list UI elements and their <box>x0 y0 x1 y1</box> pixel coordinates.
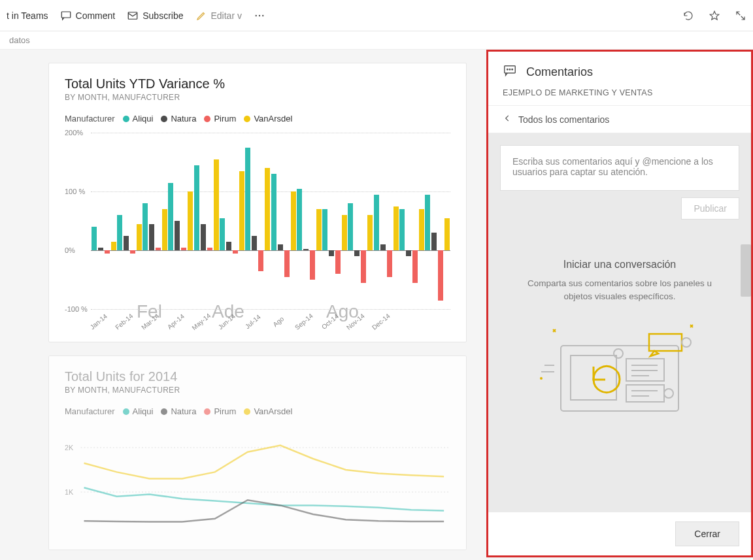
subscribe-button[interactable]: Subscribe <box>127 10 183 22</box>
compose-area: Escriba sus comentarios aquí y @mencione… <box>488 133 751 512</box>
favorite-icon[interactable] <box>709 10 720 22</box>
legend-item[interactable]: Natura <box>161 114 196 124</box>
svg-rect-0 <box>61 12 71 18</box>
svg-point-25 <box>664 389 673 398</box>
svg-point-11 <box>509 69 510 69</box>
edit-label: Editar v <box>211 10 242 21</box>
legend-item[interactable]: VanArsdel <box>244 114 292 124</box>
panel-title: Comentarios <box>526 65 593 79</box>
publish-button[interactable]: Publicar <box>681 197 739 220</box>
comments-panel: Comentarios EJEMPLO DE MARKETING Y VENTA… <box>486 50 753 557</box>
svg-text:1K: 1K <box>65 488 74 496</box>
comment-placeholder: Escriba sus comentarios aquí y @mencione… <box>512 156 713 177</box>
empty-desc: Comparta sus comentarios sobre los panel… <box>514 277 725 304</box>
panel-footer: Cerrar <box>488 512 751 555</box>
tab-row: datos <box>0 31 753 50</box>
svg-point-10 <box>507 69 508 69</box>
chart1-title: Total Units YTD Variance % <box>65 76 450 91</box>
more-icon <box>254 10 265 22</box>
conversation-illustration-icon <box>535 320 705 424</box>
svg-rect-19 <box>626 385 664 402</box>
tab-datos[interactable]: datos <box>9 35 30 45</box>
svg-point-23 <box>682 338 691 347</box>
comment-bubble-icon <box>503 63 517 80</box>
comment-label: Comment <box>76 10 116 21</box>
svg-rect-1 <box>128 12 137 19</box>
breadcrumb-label: Todos los comentarios <box>518 114 609 125</box>
chart-card-variance[interactable]: Total Units YTD Variance % BY MONTH, MAN… <box>48 63 467 342</box>
subscribe-label: Subscribe <box>142 10 183 21</box>
refresh-icon[interactable] <box>682 10 694 22</box>
chart-card-units[interactable]: Total Units for 2014 BY MONTH, MANUFACTU… <box>48 355 467 550</box>
legend-item[interactable]: Pirum <box>204 406 236 416</box>
chart1-subtitle: BY MONTH, MANUFACTURER <box>65 93 450 102</box>
teams-label: t in Teams <box>7 10 48 21</box>
chart1-legend: Manufacturer Aliqui Natura Pirum VanArsd… <box>65 114 450 124</box>
svg-point-24 <box>614 349 623 358</box>
panel-subtitle: EJEMPLO DE MARKETING Y VENTAS <box>503 88 737 97</box>
legend-item[interactable]: VanArsdel <box>244 406 292 416</box>
edit-button[interactable]: Editar v <box>195 10 242 22</box>
pencil-icon <box>195 10 207 22</box>
chart2-title: Total Units for 2014 <box>65 369 450 384</box>
empty-state: Iniciar una conversación Comparta sus co… <box>500 259 739 427</box>
report-canvas: Total Units YTD Variance % BY MONTH, MAN… <box>0 50 486 557</box>
svg-point-26 <box>540 377 543 380</box>
svg-point-2 <box>256 14 257 16</box>
chevron-left-icon <box>503 114 512 125</box>
panel-header: Comentarios EJEMPLO DE MARKETING Y VENTA… <box>488 52 751 105</box>
legend-item[interactable]: Pirum <box>204 114 236 124</box>
mail-icon <box>127 10 139 22</box>
svg-point-12 <box>512 69 512 69</box>
chat-in-teams-button[interactable]: t in Teams <box>7 10 48 21</box>
close-button[interactable]: Cerrar <box>675 521 739 546</box>
empty-title: Iniciar una conversación <box>514 259 725 271</box>
svg-point-4 <box>262 14 263 16</box>
legend-item[interactable]: Aliqui <box>123 406 154 416</box>
bar-chart: Fel Ade Ago Jan-14Feb-14Mar-14Apr-14May-… <box>65 133 450 329</box>
breadcrumb-all-comments[interactable]: Todos los comentarios <box>488 105 751 133</box>
legend-label: Manufacturer <box>65 114 115 124</box>
comment-input[interactable]: Escriba sus comentarios aquí y @mencione… <box>500 145 739 191</box>
svg-point-3 <box>259 14 260 16</box>
legend-item[interactable]: Aliqui <box>123 114 154 124</box>
legend-label: Manufacturer <box>65 406 115 416</box>
top-toolbar: t in Teams Comment Subscribe Editar v <box>0 0 753 31</box>
comment-button[interactable]: Comment <box>60 10 116 22</box>
svg-rect-22 <box>649 334 682 351</box>
scrollbar[interactable] <box>741 244 751 297</box>
legend-item[interactable]: Natura <box>161 406 196 416</box>
line-chart: 2K1K <box>65 425 450 536</box>
expand-icon[interactable] <box>735 10 746 22</box>
svg-text:2K: 2K <box>65 444 74 452</box>
more-button[interactable] <box>254 10 265 22</box>
chart2-subtitle: BY MONTH, MANUFACTURER <box>65 386 450 395</box>
chart2-legend: Manufacturer Aliqui Natura Pirum VanArsd… <box>65 406 450 416</box>
comment-icon <box>60 10 72 22</box>
